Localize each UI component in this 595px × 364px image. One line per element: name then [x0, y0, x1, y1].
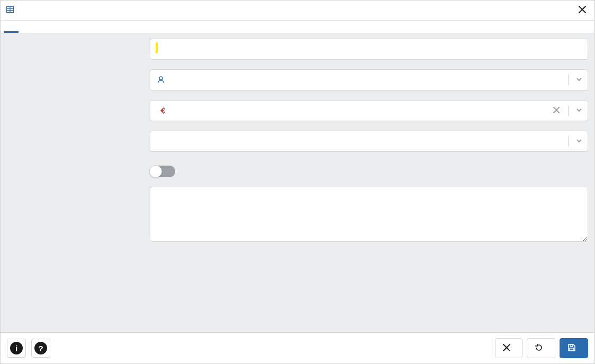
table-icon	[6, 5, 14, 15]
help-icon: ?	[34, 342, 47, 354]
partitioned-label	[7, 161, 150, 167]
dialog-header	[1, 1, 594, 21]
svg-rect-7	[570, 344, 573, 347]
help-button[interactable]: ?	[31, 339, 50, 358]
svg-point-4	[159, 77, 163, 80]
separator	[568, 105, 569, 116]
chevron-down-icon	[575, 136, 583, 147]
owner-label	[7, 69, 150, 75]
name-input[interactable]	[150, 39, 588, 60]
close-icon[interactable]	[575, 4, 589, 17]
tab-columns[interactable]	[19, 21, 33, 33]
separator	[568, 136, 569, 147]
comment-textarea[interactable]	[150, 187, 588, 242]
close-button[interactable]	[495, 338, 522, 358]
info-icon: i	[10, 342, 23, 354]
save-button[interactable]	[560, 338, 588, 358]
tab-bar	[1, 21, 594, 33]
form-body	[1, 33, 594, 332]
separator	[568, 75, 569, 85]
save-icon	[567, 343, 576, 353]
create-table-dialog: i ?	[0, 0, 595, 364]
close-icon	[503, 344, 510, 353]
dialog-footer: i ?	[1, 332, 594, 363]
schema-label	[7, 100, 150, 105]
chevron-down-icon	[575, 75, 583, 85]
reset-button[interactable]	[527, 338, 555, 358]
toggle-knob	[149, 165, 162, 178]
tab-parameters[interactable]	[78, 21, 93, 33]
tab-sql[interactable]	[107, 21, 122, 33]
reset-icon	[535, 343, 543, 353]
name-label	[7, 39, 150, 44]
name-value-highlighted	[156, 42, 158, 53]
owner-select[interactable]	[150, 69, 588, 90]
chevron-down-icon	[575, 106, 583, 116]
schema-icon	[157, 106, 165, 115]
tab-constraints[interactable]	[48, 21, 63, 33]
tab-security[interactable]	[93, 21, 107, 33]
user-icon	[157, 76, 165, 84]
tablespace-label	[7, 131, 150, 136]
svg-rect-6	[161, 109, 164, 112]
schema-select[interactable]	[150, 100, 588, 121]
tablespace-select[interactable]	[150, 131, 588, 152]
tab-general[interactable]	[4, 21, 19, 33]
partitioned-toggle[interactable]	[150, 166, 175, 177]
info-button[interactable]: i	[7, 339, 26, 358]
comment-label	[7, 187, 150, 192]
tab-advanced[interactable]	[33, 21, 48, 33]
tab-partitions[interactable]	[63, 21, 78, 33]
clear-icon[interactable]	[551, 106, 562, 115]
